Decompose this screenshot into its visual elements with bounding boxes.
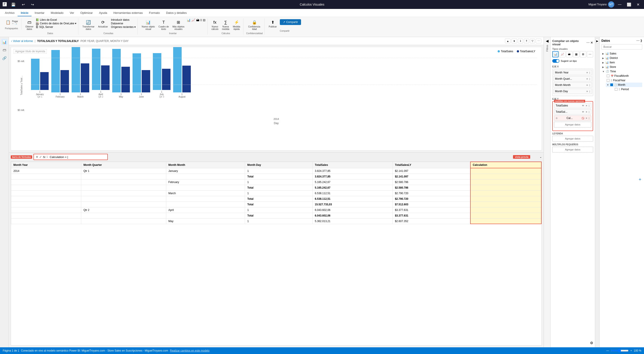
eye-button-1[interactable]: 👁 <box>582 104 585 107</box>
transformar-button[interactable]: 🔄 Transformardatos <box>81 18 96 31</box>
bar-chart-icon[interactable]: 📊 <box>187 18 190 22</box>
table-icon[interactable]: ⊟ <box>203 18 206 22</box>
data-table-wrapper[interactable]: Month Year Month Quarter Month Month Mon… <box>11 162 542 346</box>
formula-cancel-icon[interactable]: ✕ <box>36 155 38 159</box>
line-chart-icon[interactable]: 📈 <box>192 18 195 22</box>
more-field-3[interactable]: | <box>589 84 590 86</box>
suggest-toggle[interactable] <box>552 59 560 63</box>
medida-rapida-button[interactable]: ⚡ Medidarápida <box>232 18 242 31</box>
month-checkbox[interactable] <box>610 84 613 86</box>
bar-august-ly[interactable] <box>182 66 191 92</box>
nav-down-down-button[interactable]: ⇓ <box>518 38 523 43</box>
line-chart-type[interactable]: 📈 <box>559 51 566 57</box>
bar-chart-type[interactable]: 📊 <box>552 51 558 57</box>
nuevo-objeto-button[interactable]: 📊 Nuevo objetovisual <box>140 18 156 31</box>
tab-ver[interactable]: Ver <box>67 9 78 16</box>
dataverse-item[interactable]: Dataverse <box>111 22 136 25</box>
data-panel-expand[interactable]: ⟫ <box>640 39 642 42</box>
add-data-leyenda[interactable]: Agregar datos <box>552 136 593 142</box>
zoom-minus-button[interactable]: — <box>606 349 609 352</box>
add-data-eje-y[interactable]: Agregar datos <box>554 122 591 128</box>
undo-button[interactable]: ↩ <box>20 2 26 7</box>
bar-june-ly[interactable] <box>142 70 150 92</box>
more-y-field-3[interactable]: | <box>588 117 590 120</box>
scatter-icon[interactable]: ⁞⁞ <box>200 18 202 22</box>
nav-up-button[interactable]: ▲ <box>505 38 510 43</box>
formula-expand-icon[interactable]: ⌄ <box>540 155 542 158</box>
cuadro-texto-button[interactable]: T Cuadro detexto <box>157 18 170 31</box>
nuevo-calculo-button[interactable]: fx Nuevocálculo <box>210 18 220 31</box>
tab-modelado[interactable]: Modelado <box>48 9 66 16</box>
zoom-plus-button[interactable]: + <box>630 349 632 352</box>
chart-container[interactable]: Agregar título de leyenda TotalSales Tot… <box>11 47 542 150</box>
model-view-icon[interactable]: 🔗 <box>1 55 8 61</box>
tab-insertar[interactable]: Insertar <box>32 9 48 16</box>
area-chart-icon[interactable]: 🏔 <box>196 18 199 22</box>
mas-objetos-button[interactable]: ⊞ Más objetosvisuales <box>171 18 186 31</box>
data-panel-more[interactable]: ⋯ <box>636 39 640 42</box>
obtener-datos-button[interactable]: 🗃 Obtenerdatos <box>24 18 35 31</box>
formula-confirm-icon[interactable]: ✓ <box>39 155 42 159</box>
table-type[interactable]: ⊞ <box>580 51 586 57</box>
remove-field-2[interactable]: ✕ <box>586 78 588 80</box>
paste-button[interactable]: 📋 Pegar ✂ 📑 <box>4 18 20 26</box>
bar-august-sales[interactable] <box>173 47 182 92</box>
bar-april-ly[interactable] <box>101 66 110 90</box>
legend-title-placeholder[interactable]: Agregar título de leyenda <box>14 49 47 54</box>
bar-february-sales[interactable] <box>51 50 60 92</box>
more-field-1[interactable]: | <box>589 71 590 74</box>
tab-archivo[interactable]: Archivo <box>2 9 18 16</box>
remove-y-field-1[interactable]: ✕ <box>585 104 588 107</box>
sql-server-item[interactable]: 🗄 SQL Server <box>36 26 76 28</box>
fiscalmonth-checkbox[interactable] <box>607 74 610 77</box>
settings-icon[interactable]: ⚙ <box>590 341 593 345</box>
remove-y-field-2[interactable]: ✕ <box>585 110 588 114</box>
tab-optimizar[interactable]: Optimizar <box>77 9 96 16</box>
tab-formato[interactable]: Formato <box>146 9 163 16</box>
filter-button[interactable]: ▽ <box>530 38 535 43</box>
remove-field-3[interactable]: ✕ <box>586 84 588 86</box>
bar-january-sales[interactable] <box>31 59 40 90</box>
tree-item-sales[interactable]: ▶ 📊 Sales <box>602 51 642 56</box>
report-view-icon[interactable]: 📊 <box>1 39 8 45</box>
data-search-input[interactable] <box>602 44 642 50</box>
confidencialidad-button[interactable]: 🔒 Confidencia-lidad <box>247 18 262 31</box>
more-field-2[interactable]: | <box>589 78 590 80</box>
tree-item-fiscalyear[interactable]: Σ FiscalYear <box>606 78 642 82</box>
bar-january-ly[interactable] <box>40 72 49 90</box>
more-visual-button[interactable]: ⋯ <box>586 41 590 44</box>
origenes-item[interactable]: Orígenes recientes ▾ <box>111 26 136 28</box>
save-button[interactable]: 💾 <box>9 2 18 7</box>
remove-field-4[interactable]: ✕ <box>586 90 588 93</box>
bar-february-ly[interactable] <box>60 70 69 92</box>
add-field-button[interactable]: + <box>639 177 641 182</box>
zoom-slider[interactable] <box>611 349 628 352</box>
tree-item-store[interactable]: ▶ 📊 Store <box>602 65 642 69</box>
libro-excel-item[interactable]: 📗 Libro de Excel <box>36 18 76 22</box>
stacked-bar-type[interactable]: ▦ <box>573 51 579 57</box>
avatar[interactable]: MT <box>608 1 614 8</box>
tree-item-period[interactable]: Σ Period <box>614 87 642 92</box>
bar-may-ly[interactable] <box>122 67 130 92</box>
period-checkbox[interactable] <box>615 88 618 90</box>
data-view-icon[interactable]: 🗃 <box>1 47 8 53</box>
redo-button[interactable]: ↪ <box>29 2 36 7</box>
close-button[interactable]: ✕ <box>635 2 641 7</box>
bar-july-ly[interactable] <box>162 69 170 90</box>
maximize-button[interactable]: ⬜ <box>625 2 633 7</box>
tab-ayuda[interactable]: Ayuda <box>96 9 110 16</box>
bar-june-sales[interactable] <box>132 53 141 92</box>
minimize-button[interactable]: — <box>616 2 623 7</box>
bar-april-sales[interactable] <box>92 49 100 90</box>
more-options-button[interactable]: ⋯ <box>536 38 541 43</box>
nueva-medida-button[interactable]: ∑ Nuevamedida <box>221 18 231 31</box>
eye-button-2[interactable]: 👁 <box>582 110 585 114</box>
remove-y-field-3[interactable]: ✕ <box>585 117 588 120</box>
filters-collapse-icon[interactable]: ◀ <box>546 39 548 43</box>
bar-march-sales[interactable] <box>72 47 80 92</box>
back-button[interactable]: ‹ Volver al informe <box>11 40 33 43</box>
model-link[interactable]: Realizar cambios en este modelo <box>170 349 209 352</box>
tree-item-time[interactable]: ▼ 🕐 Time <box>602 69 642 74</box>
fiscalyear-checkbox[interactable] <box>607 79 610 82</box>
bar-march-ly[interactable] <box>81 64 89 92</box>
